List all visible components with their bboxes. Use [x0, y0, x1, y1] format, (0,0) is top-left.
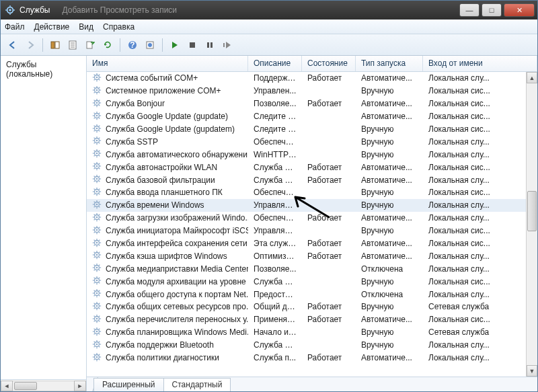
service-row[interactable]: Служба инициатора Майкрософт iSCSIУправл… [87, 225, 537, 237]
close-button[interactable]: ✕ [504, 3, 535, 17]
stop-service-button[interactable] [184, 37, 200, 53]
back-button[interactable] [5, 37, 21, 53]
service-row[interactable]: Служба Google Update (gupdate)Следите за… [87, 110, 537, 123]
service-name: Служба автонастройки WLAN [106, 163, 217, 172]
service-logon: Локальная слу... [423, 290, 537, 299]
service-row[interactable]: Служба ввода планшетного ПКОбеспечи...Вр… [87, 186, 537, 199]
menu-view[interactable]: Вид [79, 22, 93, 32]
services-list: Система событий COM+Поддержк...РаботаетА… [87, 72, 537, 377]
service-row[interactable]: Служба автонастройки WLANСлужба W...Рабо… [87, 161, 537, 173]
service-startup: Вручную [356, 150, 423, 159]
col-desc[interactable]: Описание [248, 56, 302, 71]
service-row[interactable]: Служба перечислителя переносных у...Прим… [87, 313, 537, 326]
service-row[interactable]: Служба интерфейса сохранения сетиЭта слу… [87, 237, 537, 250]
show-hide-tree-button[interactable] [47, 37, 63, 53]
service-row[interactable]: Служба кэша шрифтов WindowsОптимизи...Ра… [87, 249, 537, 262]
service-row[interactable]: Служба медиаприставки Media CenterПозвол… [87, 262, 537, 275]
service-row[interactable]: Служба BonjourПозволяе...РаботаетАвтомат… [87, 97, 537, 110]
svg-point-16 [148, 43, 152, 47]
tree-root[interactable]: Службы (локальные) [1, 56, 86, 83]
service-name: Служба медиаприставки Media Center [106, 264, 248, 274]
vscroll-thumb[interactable] [527, 191, 537, 231]
service-row[interactable]: Служба планировщика Windows Medi...Начал… [87, 326, 537, 339]
svg-line-190 [99, 278, 100, 278]
service-row[interactable]: Служба загрузки изображений Windo...Обес… [87, 212, 537, 225]
service-startup: Вручную [356, 340, 423, 350]
scroll-thumb[interactable] [14, 382, 37, 390]
menu-help[interactable]: Справка [103, 22, 134, 32]
forward-button[interactable] [22, 37, 38, 53]
service-logon: Локальная слу... [423, 137, 537, 147]
vertical-scrollbar[interactable]: ▲ ▼ [526, 72, 537, 377]
help-button[interactable]: ? [124, 37, 141, 53]
column-headers[interactable]: Имя Описание Состояние Тип запуска Вход … [87, 56, 537, 72]
service-logon: Локальная слу... [423, 213, 537, 223]
service-row[interactable]: Служба общего доступа к портам Net...Пре… [87, 288, 537, 301]
menu-action[interactable]: Действие [34, 22, 70, 32]
refresh-button[interactable] [100, 37, 116, 53]
pause-service-button[interactable] [202, 37, 218, 53]
service-row[interactable]: Системное приложение COM+Управлен...Вруч… [87, 85, 537, 97]
service-row[interactable]: Служба политики диагностикиСлужба п...Ра… [87, 352, 537, 364]
svg-point-142 [96, 229, 98, 231]
vscroll-track[interactable] [527, 83, 537, 365]
service-logon: Локальная слу... [423, 150, 537, 159]
service-row[interactable]: Система событий COM+Поддержк...РаботаетА… [87, 72, 537, 85]
col-logon[interactable]: Вход от имени [423, 56, 537, 71]
service-startup: Автоматиче... [356, 213, 423, 223]
right-pane: Имя Описание Состояние Тип запуска Вход … [87, 56, 537, 391]
menu-file[interactable]: Файл [5, 22, 25, 32]
svg-line-169 [94, 257, 95, 258]
minimize-button[interactable]: — [459, 3, 479, 17]
svg-rect-7 [55, 42, 59, 48]
svg-line-189 [94, 282, 95, 283]
service-row[interactable]: Служба SSTPОбеспечи...ВручнуюЛокальная с… [87, 135, 537, 148]
col-state[interactable]: Состояние [302, 56, 356, 71]
scroll-left-arrow[interactable]: ◄ [1, 381, 13, 391]
svg-line-250 [99, 354, 100, 354]
scroll-right-arrow[interactable]: ► [74, 381, 86, 391]
scroll-down-arrow[interactable]: ▼ [527, 365, 537, 377]
service-desc: Начало и ... [248, 327, 302, 337]
svg-line-118 [99, 194, 100, 194]
service-row[interactable]: Служба времени WindowsУправляет...Вручну… [87, 199, 537, 212]
titlebar[interactable]: СлужбыДобавить Просмотреть записи — □ ✕ [1, 1, 537, 19]
col-startup[interactable]: Тип запуска [356, 56, 423, 71]
gear-icon [92, 136, 102, 147]
service-row[interactable]: Служба автоматического обнаружени...WinH… [87, 148, 537, 161]
service-row[interactable]: Служба поддержки BluetoothСлужба Bl...Вр… [87, 339, 537, 352]
properties-button[interactable] [65, 37, 81, 53]
svg-line-129 [94, 206, 95, 207]
svg-line-158 [99, 245, 100, 245]
svg-point-112 [96, 191, 98, 193]
service-row[interactable]: Служба общих сетевых ресурсов про...Общи… [87, 301, 537, 313]
window-title: СлужбыДобавить Просмотреть записи [20, 5, 457, 15]
col-name[interactable]: Имя [87, 56, 248, 71]
service-row[interactable]: Служба базовой фильтрацииСлужба ба...Раб… [87, 173, 537, 186]
service-row[interactable]: Служба модуля архивации на уровне ...Слу… [87, 275, 537, 288]
tab-standard[interactable]: Стандартный [163, 378, 231, 391]
service-state: Работает [302, 99, 356, 108]
svg-line-240 [99, 341, 100, 342]
svg-line-219 [94, 321, 95, 321]
left-hscrollbar[interactable]: ◄ ► [1, 379, 86, 391]
scroll-up-arrow[interactable]: ▲ [527, 72, 537, 83]
svg-line-237 [94, 341, 95, 342]
scroll-track[interactable] [13, 381, 74, 391]
help-topics-button[interactable] [142, 37, 158, 53]
start-service-button[interactable] [167, 37, 183, 53]
svg-line-128 [99, 206, 100, 207]
service-name: Служба кэша шрифтов Windows [106, 251, 227, 261]
svg-rect-19 [210, 42, 213, 48]
export-button[interactable] [82, 37, 98, 53]
svg-point-202 [96, 305, 98, 307]
maximize-button[interactable]: □ [482, 3, 502, 17]
service-startup: Вручную [356, 86, 423, 95]
service-row[interactable]: Служба Google Update (gupdatem)Следите з… [87, 123, 537, 136]
gear-icon [92, 263, 102, 274]
svg-point-172 [96, 267, 98, 269]
gear-icon [92, 352, 102, 364]
toolbar: ? [1, 34, 537, 56]
tab-extended[interactable]: Расширенный [93, 378, 164, 391]
restart-service-button[interactable] [219, 37, 235, 53]
